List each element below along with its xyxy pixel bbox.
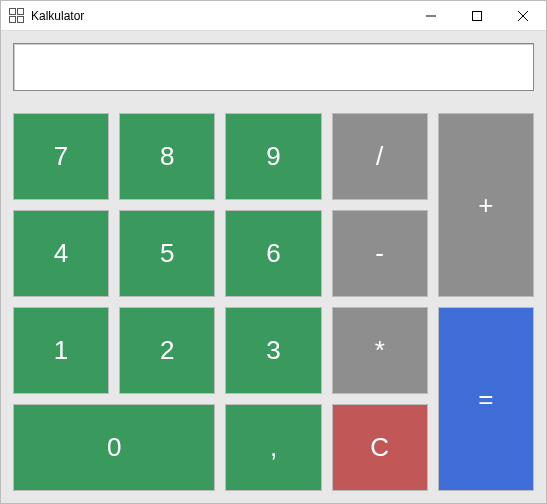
digit-6-button[interactable]: 6 bbox=[225, 210, 321, 297]
window-title: Kalkulator bbox=[31, 9, 84, 23]
digit-5-button[interactable]: 5 bbox=[119, 210, 215, 297]
digit-2-button[interactable]: 2 bbox=[119, 307, 215, 394]
digit-4-button[interactable]: 4 bbox=[13, 210, 109, 297]
svg-rect-1 bbox=[473, 11, 482, 20]
svg-line-2 bbox=[518, 11, 528, 21]
minimize-button[interactable] bbox=[408, 1, 454, 31]
multiply-button[interactable]: * bbox=[332, 307, 428, 394]
digit-8-button[interactable]: 8 bbox=[119, 113, 215, 200]
minus-button[interactable]: - bbox=[332, 210, 428, 297]
digit-7-button[interactable]: 7 bbox=[13, 113, 109, 200]
digit-9-button[interactable]: 9 bbox=[225, 113, 321, 200]
comma-button[interactable]: , bbox=[225, 404, 321, 491]
content-panel: 7 8 9 / + 4 5 6 - 1 2 3 * = 0 , C bbox=[1, 31, 546, 503]
divide-button[interactable]: / bbox=[332, 113, 428, 200]
display-field[interactable] bbox=[13, 43, 534, 91]
svg-line-3 bbox=[518, 11, 528, 21]
titlebar: Kalkulator bbox=[1, 1, 546, 31]
close-button[interactable] bbox=[500, 1, 546, 31]
plus-button[interactable]: + bbox=[438, 113, 534, 297]
keypad: 7 8 9 / + 4 5 6 - 1 2 3 * = 0 , C bbox=[13, 113, 534, 491]
digit-1-button[interactable]: 1 bbox=[13, 307, 109, 394]
app-icon bbox=[9, 8, 25, 24]
app-window: Kalkulator 7 8 9 / + 4 5 6 - 1 2 bbox=[0, 0, 547, 504]
digit-3-button[interactable]: 3 bbox=[225, 307, 321, 394]
digit-0-button[interactable]: 0 bbox=[13, 404, 215, 491]
maximize-button[interactable] bbox=[454, 1, 500, 31]
clear-button[interactable]: C bbox=[332, 404, 428, 491]
window-controls bbox=[408, 1, 546, 31]
equals-button[interactable]: = bbox=[438, 307, 534, 491]
